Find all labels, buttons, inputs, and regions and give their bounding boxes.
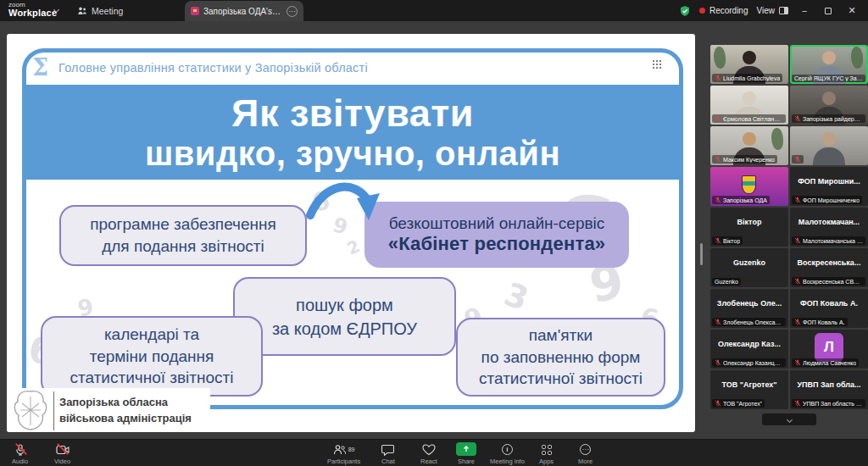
box-memo-line1: пам'ятки [529,325,593,347]
participant-tile[interactable]: Запорізька райдерж... [790,86,868,125]
slide-header: Σ Головне управління статистики у Запорі… [32,54,368,80]
logo-bottom: Workplace [8,8,57,18]
person-silhouette [822,132,836,146]
participant-name-label: Людмила Савченко [792,358,859,367]
statistics-sigma-logo: Σ [32,54,48,80]
participant-name-label: Запорізька ОДА [712,196,770,204]
audio-button[interactable]: Audio [12,443,28,465]
close-button[interactable]: ✕ [844,5,860,16]
participant-name-label: ФОП Коваль А. [792,318,848,326]
participant-tile[interactable]: Максим Кучеренко [710,126,788,165]
participant-tile[interactable]: Сергій ЯЩУК ГУС у Запо... [790,45,868,84]
box-service-line2: «Кабінет респондента» [388,233,606,255]
participant-tile[interactable]: Запорізька ОДА [710,167,788,206]
slide-title-line1: Як звітувати [231,92,474,135]
participant-name-label: Віктор [712,236,743,245]
participant-display-name: Віктор [710,208,788,236]
security-shield-icon[interactable] [679,5,691,17]
box-software-line1: програмне забезпечення [90,214,276,236]
participant-tile[interactable]: Олександр Каз... Олександр Казанцев... [710,330,788,369]
meeting-info-button[interactable]: i Meeting info [490,443,525,465]
tab-shared-screen[interactable]: Запорізька ОДА's screen ⋯ [185,1,303,21]
person-silhouette [822,51,836,64]
box-calendar-line2: терміни подання [90,346,214,368]
box-service-line1: безкоштовний онлайн-сервіс [389,214,605,233]
scrollbar-thumb[interactable] [700,243,703,265]
participant-tile[interactable]: ТОВ "Агротех" ТОВ "Агротех" [710,370,788,409]
mic-muted-icon [715,115,721,122]
video-label: Video [54,458,70,465]
minimize-button[interactable]: − [797,6,812,16]
react-button[interactable]: React [420,443,437,465]
participant-display-name: Guzenko [710,248,788,277]
recording-label: Recording [709,6,748,15]
meeting-info-label: Meeting info [490,458,525,465]
box-software-line2: для подання звітності [102,236,264,258]
participants-grid: Liudmila Grabchyleva Сергій ЯЩУК ГУС у З… [710,45,868,409]
participant-tile[interactable]: Л Людмила Савченко [790,330,868,369]
heart-icon [422,443,436,456]
participant-tile[interactable]: Злобенець Оле... Злобенець Олександ... [710,289,788,328]
video-off-icon [56,443,70,456]
video-button[interactable]: Video [54,443,70,465]
plant-decor [771,128,783,150]
participants-button[interactable]: 89 Participants [327,443,360,465]
chat-label: Chat [381,458,395,465]
chat-button[interactable]: Chat [381,443,395,465]
box-software: програмне забезпечення для подання звітн… [59,205,307,266]
title-bar: zoom Workplace Meeting Запорізька ОДА's … [0,0,868,21]
chat-icon [381,443,394,456]
maximize-button[interactable] [825,8,832,14]
more-button[interactable]: ⋯ More [578,443,593,465]
coat-of-arms-icon [742,175,756,194]
participant-tile[interactable]: Віктор Віктор [710,208,788,247]
participant-tile[interactable]: ФОП Коваль А. ФОП Коваль А. [790,289,868,328]
box-search-line1: пошук форм [296,293,393,317]
participant-tile[interactable]: Малотокмачан... Малотокмачанська ТГ [790,208,868,247]
grid-view-icon[interactable] [653,60,663,70]
box-calendar-line3: статистичної звітності [70,367,234,389]
recording-dot-icon [699,8,705,14]
participant-tile[interactable]: Liudmila Grabchyleva [710,45,788,84]
participant-name-label: УПВП Зап область С... [792,399,865,408]
mic-muted-icon [715,319,721,325]
participant-display-name: ФОП Коваль А. [790,289,868,318]
participant-display-name: Малотокмачан... [790,208,868,236]
participant-tile[interactable]: ФОП Мирошни... ФОП Мирошниченко [790,167,868,206]
apps-button[interactable]: Apps [539,443,554,465]
slide-footer: Запорізька обласна військова адміністрац… [7,388,210,432]
tab-options-icon[interactable]: ⋯ [287,6,298,17]
participant-tile[interactable] [790,126,868,165]
apps-label: Apps [539,458,554,465]
plant-decor [714,47,726,69]
info-icon: i [502,444,513,455]
participant-tile[interactable]: Єрмолова Світлана ... [710,86,788,125]
collapse-panel-button[interactable] [762,413,816,425]
mic-muted-icon [715,75,721,81]
box-service: безкоштовний онлайн-сервіс «Кабінет респ… [364,202,629,268]
participant-tile[interactable]: УПВП Зап обла... УПВП Зап область С... [790,370,868,409]
participants-icon: 89 [333,443,355,456]
participant-display-name: Воскресенська... [790,248,868,277]
participant-tile[interactable]: Воскресенська... Воскресенська СВА З... [790,248,868,287]
participant-name-label: Liudmila Grabchyleva [712,74,782,82]
tab-meeting[interactable]: Meeting [72,0,128,21]
footer-line2: військова адміністрація [59,411,192,427]
view-label: View [757,6,776,15]
participant-display-name: УПВП Зап обла... [790,370,868,399]
box-memo-line3: статистичної звітності [479,368,643,390]
meeting-icon [77,6,87,16]
mic-muted-icon [794,197,801,203]
share-button[interactable]: Share [456,442,476,465]
recording-indicator: Recording [699,6,748,15]
view-button[interactable]: View [757,6,789,15]
slide-title-banner: Як звітувати швидко, зручно, онлайн [26,85,679,180]
shared-screen-slide: Σ Головне управління статистики у Запорі… [7,34,695,432]
box-memo: пам'ятки по заповненню форм статистичної… [456,318,665,397]
participants-count: 89 [348,447,355,452]
mic-muted-icon [794,319,801,325]
participant-tile[interactable]: GuzenkoGuzenko [710,248,788,287]
participant-name-label: Воскресенська СВА З... [792,277,865,286]
share-label: Share [458,458,475,465]
mic-muted-icon [794,237,801,244]
